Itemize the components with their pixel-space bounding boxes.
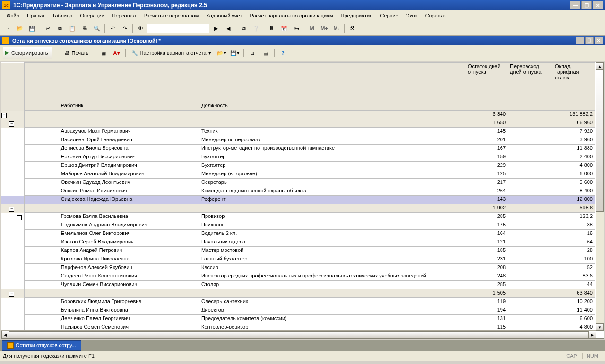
table-row[interactable]: Майоров Анатолий ВладимировичМенеджер (в… xyxy=(1,170,595,179)
table-row[interactable]: Аввакумов Иван ГермановичТехник1457 920 xyxy=(1,128,595,136)
scroll-down-button[interactable]: ▼ xyxy=(596,323,604,331)
outline-toggle[interactable]: − xyxy=(1,113,7,118)
copy-icon[interactable]: ⧉ xyxy=(54,23,66,34)
table-row[interactable]: Денисова Виола БорисовнаИнструктор-метод… xyxy=(1,145,595,153)
table-row[interactable]: Парфенов Алексей ЯкубовичКассир20852 xyxy=(1,264,595,272)
menu-item[interactable]: Расчет зарплаты по организациям xyxy=(246,12,337,19)
save-icon[interactable]: 💾 xyxy=(26,23,38,34)
scroll-left-button[interactable]: ◀ xyxy=(1,331,9,338)
table-row[interactable]: Ершов Дмитрий ВладимировичБухгалтер2294 … xyxy=(1,162,595,170)
menu-item[interactable]: Справка xyxy=(422,12,449,19)
table-row[interactable]: Изотов Сергей ВладимировичНачальник отде… xyxy=(1,238,595,247)
open-variant-icon[interactable]: 📂▾ xyxy=(216,47,227,59)
table-row[interactable]: Чупахин Семен ВиссарионовичСтоляр28544 xyxy=(1,281,595,289)
outline-toggle[interactable]: − xyxy=(9,207,14,212)
printer-icon: 🖶 xyxy=(65,50,70,56)
table-row[interactable]: Ерхонин Артур ВиссарионовичБухгалтер1592… xyxy=(1,153,595,162)
menu-item[interactable]: Таблица xyxy=(48,12,76,19)
copy-obj-icon[interactable]: ⧉ xyxy=(238,23,250,34)
menu-item[interactable]: Операции xyxy=(76,12,108,19)
menubar: ФайлПравкаТаблицаОперацииПерсоналРасчеты… xyxy=(0,10,605,21)
menu-item[interactable]: Сервис xyxy=(376,12,402,19)
grid-icon[interactable]: ⊞ xyxy=(247,47,258,59)
tools-icon[interactable]: 🛠 xyxy=(346,23,358,34)
doc-logo-icon xyxy=(2,37,9,44)
menu-item[interactable]: Файл xyxy=(3,12,23,19)
calendar-icon[interactable]: 📅 xyxy=(278,23,290,34)
vertical-scrollbar[interactable]: ▲ ▼ xyxy=(596,62,604,331)
find-icon[interactable]: 👁 xyxy=(135,23,146,34)
minimize-button[interactable]: — xyxy=(570,1,580,9)
find-next-icon[interactable]: ▶ xyxy=(210,23,222,34)
play-icon xyxy=(5,51,9,55)
report-grid[interactable]: Остаток дней отпускаПерерасход дней отпу… xyxy=(1,62,595,331)
layout-icon[interactable]: ▦ xyxy=(98,47,109,59)
menu-item[interactable]: Персонал xyxy=(108,12,140,19)
menu-item[interactable]: Кадровый учет xyxy=(202,12,246,19)
print-icon[interactable]: 🖶 xyxy=(79,23,90,34)
scroll-right-button[interactable]: ▶ xyxy=(588,331,596,338)
table-row[interactable]: Евдокимов Андриан ВладимировичПсихолог17… xyxy=(1,221,595,230)
m-plus-icon[interactable]: M+ xyxy=(319,23,330,34)
close-button[interactable]: ✕ xyxy=(593,1,603,9)
m-icon[interactable]: M xyxy=(306,23,318,34)
print-button[interactable]: 🖶 Печать xyxy=(62,47,92,59)
outline-toggle[interactable]: − xyxy=(17,215,22,220)
status-hint: Для получения подсказки нажмите F1 xyxy=(3,353,562,359)
cut-icon[interactable]: ✂ xyxy=(42,23,53,34)
open-icon[interactable]: 📂 xyxy=(14,23,26,34)
doc-minimize-button[interactable]: — xyxy=(576,37,584,44)
calc-icon[interactable]: 🖩 xyxy=(266,23,277,34)
undo-icon[interactable]: ↶ xyxy=(107,23,118,34)
table-row[interactable]: Сидюкова Надежда ЮрьевнаРеферент14312 00… xyxy=(1,196,595,204)
variant-settings-button[interactable]: 🔧 Настройка варианта отчета ▾ xyxy=(129,47,214,59)
save-variant-icon[interactable]: 💾▾ xyxy=(229,47,241,59)
report-toolbar: Сформировать 🖶 Печать ▦ A▾ 🔧 Настройка в… xyxy=(0,45,605,61)
help-icon[interactable]: ? xyxy=(277,47,289,59)
preview-icon[interactable]: 🔍 xyxy=(91,23,103,34)
table-row[interactable]: Боровских Людмила ГригорьевнаСлесарь-сан… xyxy=(1,298,595,306)
outline-toggle[interactable]: − xyxy=(9,121,14,127)
document-titlebar: Остатки отпусков сотрудников организации… xyxy=(0,36,605,45)
doc-restore-button[interactable]: ❐ xyxy=(585,37,594,44)
table-row[interactable]: Крылова Ирина НиколаевнаГлавный бухгалте… xyxy=(1,255,595,264)
variant-settings-label: Настройка варианта отчета xyxy=(140,50,207,56)
horizontal-scrollbar[interactable]: ◀ ▶ xyxy=(1,330,596,338)
generate-button[interactable]: Сформировать xyxy=(3,47,52,59)
outline-toggle[interactable]: − xyxy=(9,292,14,297)
table-row[interactable]: Сагдеев Ринат КонстантиновичИнспектор ср… xyxy=(1,272,595,281)
app-logo-icon: 1c xyxy=(2,1,10,9)
restore-button[interactable]: ❐ xyxy=(581,1,592,9)
help-obj-icon[interactable]: ❔ xyxy=(251,23,262,34)
m-minus-icon[interactable]: M- xyxy=(331,23,342,34)
menu-item[interactable]: Правка xyxy=(23,12,48,19)
table-row[interactable]: Овечкин Эдуард ЛеонтьевичСекретарь2179 6… xyxy=(1,179,595,187)
table-row[interactable]: Емельянов Олег ВикторовичВодитель 2 кл.1… xyxy=(1,230,595,238)
key-icon[interactable]: 🗝 xyxy=(291,23,302,34)
wrench-icon: 🔧 xyxy=(131,50,138,56)
search-combo[interactable] xyxy=(147,24,209,33)
menu-item[interactable]: Расчеты с персоналом xyxy=(139,12,202,19)
props-icon[interactable]: ▤ xyxy=(260,47,271,59)
scroll-up-button[interactable]: ▲ xyxy=(596,62,604,70)
table-row[interactable]: −Громова Бэлла ВасильевнаПровизор285123,… xyxy=(1,213,595,221)
window-tab[interactable]: Остатки отпусков сотру... xyxy=(2,340,81,351)
table-row[interactable]: Карпов Андрей ПетровичМастер мостовой185… xyxy=(1,247,595,255)
paste-icon[interactable]: 📋 xyxy=(67,23,78,34)
font-icon[interactable]: A▾ xyxy=(111,47,122,59)
menu-item[interactable]: Предприятие xyxy=(337,12,377,19)
menu-item[interactable]: Окна xyxy=(402,12,422,19)
table-row[interactable]: Демченко Павел ГеоргиевичПредседатель ко… xyxy=(1,315,595,323)
print-label: Печать xyxy=(72,50,89,56)
table-row[interactable]: Осокин Роман ИсмаиловичКомендант ведомст… xyxy=(1,187,595,196)
table-row[interactable]: Бутылина Инна ВикторовнаДиректор19411 40… xyxy=(1,306,595,315)
new-doc-icon[interactable]: ▫ xyxy=(2,23,13,34)
find-prev-icon[interactable]: ◀ xyxy=(223,23,234,34)
redo-icon[interactable]: ↷ xyxy=(119,23,130,34)
tab-logo-icon xyxy=(7,342,14,349)
window-title: 1С:Предприятие - Зарплата и Управление П… xyxy=(13,2,570,9)
table-row[interactable]: Насыров Семен СеменовичКонтролер-ревизор… xyxy=(1,323,595,331)
doc-close-button[interactable]: ✕ xyxy=(595,37,603,44)
table-row[interactable]: Васильев Юрий ГеннадиевичМенеджер по пер… xyxy=(1,136,595,145)
window-tab-label: Остатки отпусков сотру... xyxy=(16,342,76,348)
